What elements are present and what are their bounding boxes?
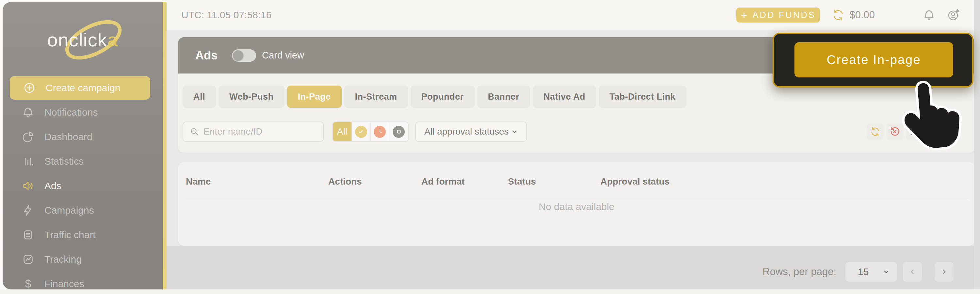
sidebar-item-tracking[interactable]: Tracking [3,247,163,272]
chevron-down-icon [882,267,891,276]
tab-in-stream[interactable]: In-Stream [344,86,408,108]
speaker-icon [22,180,35,192]
create-campaign-button[interactable]: Create campaign [10,76,150,100]
sidebar-item-ads[interactable]: Ads [3,173,163,198]
filter-actions [867,123,923,140]
account-icon[interactable] [947,8,960,22]
sidebar: onclicka Create campaign Notifications D… [3,2,163,289]
refresh-list-button[interactable] [867,123,884,140]
pie-chart-icon [22,130,35,143]
status-filter-approved[interactable] [352,122,371,141]
sidebar-item-label: Statistics [45,156,84,167]
balance-group: $0.00 [832,8,875,22]
next-page-button[interactable] [935,262,953,281]
pagination: Rows, per page: 15 [762,262,953,281]
approval-status-select[interactable]: All approval statuses [415,122,527,142]
reset-icon [889,126,900,137]
status-filter-pending[interactable] [371,122,390,141]
utc-clock: UTC: 11.05 07:58:16 [181,0,272,30]
status-filter-all[interactable]: All [333,122,352,141]
footer-zone: Rows, per page: 15 [167,246,974,294]
app-screen: onclicka Create campaign Notifications D… [0,0,980,294]
tab-banner[interactable]: Banner [477,86,530,108]
filter-row: All All approval statuses [183,122,527,142]
bottom-frame [0,289,980,294]
bar-chart-icon [22,155,35,168]
clock-icon [374,126,386,138]
tab-in-page[interactable]: In-Page [287,86,342,108]
chevron-down-icon [510,127,519,136]
create-in-page-button[interactable]: Create In-page [794,42,953,78]
tab-all[interactable]: All [183,86,216,108]
sidebar-item-label: Dashboard [45,131,92,142]
scrollbar-track[interactable] [974,0,980,294]
logo-accent: a [108,29,118,50]
empty-state-text: No data available [178,201,975,212]
logo: onclicka [3,22,163,57]
document-list-icon [22,228,35,242]
add-funds-button[interactable]: + ADD FUNDS [736,8,820,22]
sidebar-item-dashboard[interactable]: Dashboard [3,124,163,149]
tab-native-ad[interactable]: Native Ad [533,86,596,108]
sidebar-item-label: Tracking [45,254,82,265]
column-header-actions: Actions [328,176,362,187]
status-filter-group: All [332,122,409,142]
card-view-label: Card view [262,50,304,61]
status-filter-rejected[interactable] [390,122,408,141]
tab-popunder[interactable]: Popunder [410,86,475,108]
column-header-name: Name [186,176,211,187]
stop-icon [393,126,405,138]
tab-direct-link[interactable]: Tab-Direct Link [599,86,686,108]
rows-per-page-label: Rows, per page: [762,266,836,278]
balance-amount: $0.00 [850,9,875,21]
plus-icon: + [741,9,748,22]
tracking-chart-icon [22,253,35,266]
ads-table: Name Actions Ad format Status Approval s… [178,162,975,246]
rows-per-page-value: 15 [858,266,869,277]
search-icon [189,126,200,137]
bolt-icon [22,204,35,217]
settings-button[interactable] [906,123,923,140]
topbar-right: + ADD FUNDS $0.00 [736,0,960,30]
notifications-bell-icon[interactable] [923,8,935,22]
sidebar-item-label: Ads [45,180,61,191]
dollar-icon: $ [22,277,35,290]
refresh-balance-icon[interactable] [832,8,845,22]
sidebar-item-label: Traffic chart [45,229,96,240]
toggle-knob [233,50,243,61]
column-header-status: Status [508,176,536,187]
bell-icon [22,106,35,119]
chevron-left-icon [908,267,916,276]
sidebar-item-traffic-chart[interactable]: Traffic chart [3,222,163,247]
logo-text: onclicka [3,29,163,51]
sidebar-item-label: Campaigns [45,205,94,216]
sidebar-item-label: Notifications [45,107,98,118]
sidebar-accent-strip [163,2,167,289]
previous-page-button[interactable] [903,262,922,281]
add-funds-label: ADD FUNDS [752,10,816,20]
topbar: UTC: 11.05 07:58:16 + ADD FUNDS $0.00 [167,0,974,30]
check-icon [355,126,367,138]
sidebar-item-notifications[interactable]: Notifications [3,100,163,124]
sidebar-nav: Notifications Dashboard Statistics Ads C… [3,100,163,294]
chevron-right-icon [940,267,948,276]
column-header-approval-status: Approval status [600,176,670,187]
card-view-toggle[interactable] [232,49,256,62]
rows-per-page-select[interactable]: 15 [845,262,897,281]
page-title: Ads [195,49,218,62]
plus-circle-icon [23,81,36,94]
reset-filters-button[interactable] [886,123,903,140]
sidebar-item-label: Finances [45,278,84,289]
tab-web-push[interactable]: Web-Push [218,86,285,108]
create-campaign-label: Create campaign [46,82,120,94]
search-input[interactable] [204,126,315,137]
sidebar-item-campaigns[interactable]: Campaigns [3,198,163,222]
column-header-ad-format: Ad format [422,176,465,187]
approval-status-value: All approval statuses [424,126,509,137]
ad-format-tabs: All Web-Push In-Page In-Stream Popunder … [183,86,686,108]
gear-icon [909,126,920,137]
refresh-icon [870,126,881,137]
search-box [183,122,324,142]
tutorial-highlight-box: Create In-page [773,33,974,87]
sidebar-item-statistics[interactable]: Statistics [3,149,163,173]
